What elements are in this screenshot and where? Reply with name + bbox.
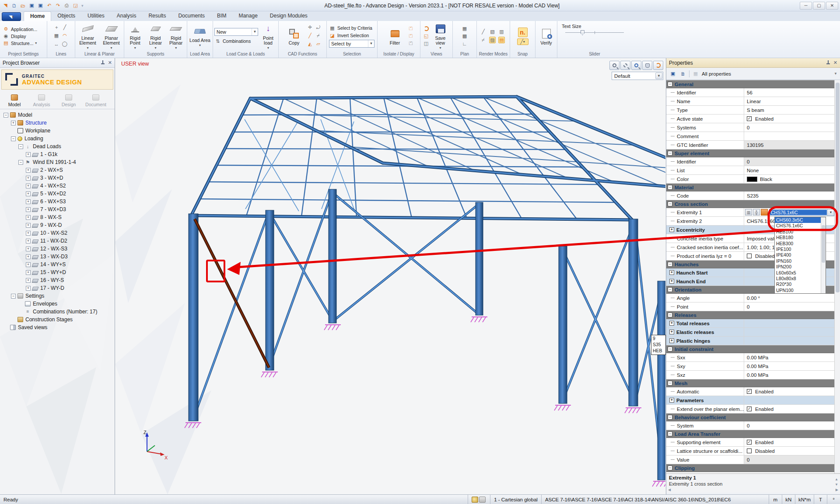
checkbox-checked-icon[interactable]: ✓ (747, 407, 752, 411)
snap-line-icon[interactable]: ╱▾ (517, 38, 528, 45)
collapse-icon[interactable]: − (668, 347, 672, 351)
model-viewport[interactable]: USER view Default ▼ (115, 58, 666, 494)
property-value[interactable]: Disabled (744, 447, 834, 455)
maximize-button[interactable]: ▢ (813, 2, 825, 10)
tree-expander-icon[interactable]: + (26, 152, 31, 157)
property-value[interactable]: ✓Enabled (744, 405, 834, 413)
close-panel-icon[interactable]: ✕ (108, 60, 112, 66)
tree-item-structure[interactable]: +Structure (0, 119, 115, 127)
ribbon-tab-manage[interactable]: Manage (232, 11, 263, 21)
browser-tab-model[interactable]: Model (1, 93, 28, 109)
property-value[interactable] (744, 132, 834, 140)
property-value[interactable]: ▥╬CHS76.1x6C▼ (744, 208, 834, 216)
property-value[interactable] (744, 319, 834, 327)
tree-item-dead-loads[interactable]: −↓Dead Loads (0, 143, 115, 150)
load-area-button[interactable]: Load Area▾ (189, 24, 211, 48)
tree-item-5-wx-d2[interactable]: +5 - WX+D2 (0, 190, 115, 198)
tree-item-7-wx-d3[interactable]: +7 - WX+D3 (0, 205, 115, 213)
property-value[interactable]: S235 (744, 191, 834, 200)
tree-item-8-wx-s[interactable]: +8 - WX-S (0, 213, 115, 221)
save-view-button[interactable]: Save view▾ (431, 22, 450, 50)
collapse-icon[interactable]: − (668, 151, 672, 156)
dropdown-item-r20-30[interactable]: R20*30 (775, 282, 821, 287)
combo-arrow-icon[interactable]: ▼ (827, 209, 834, 216)
verify-button[interactable]: Verify (537, 27, 556, 45)
ribbon-tab-analysis[interactable]: Analysis (111, 11, 143, 21)
tree-item-envelopes[interactable]: Envelopes (0, 300, 115, 308)
new-file-icon[interactable]: 🗋 (10, 2, 18, 9)
render-wireframe-icon[interactable]: ╱ (480, 28, 486, 35)
section-library-icon[interactable]: ▥ (745, 209, 752, 216)
tree-item-16-wy-s[interactable]: +16 - WY-S (0, 276, 115, 284)
property-group-mesh[interactable]: −Mesh (666, 379, 834, 387)
combo-arrow-icon[interactable]: ▼ (655, 73, 662, 79)
tree-item-saved-views[interactable]: Saved views (0, 323, 115, 331)
property-group-behaviour-coefficient[interactable]: −Behaviour coefficient (666, 414, 834, 421)
select-by-combo[interactable]: Select by▼ (329, 40, 374, 48)
browser-tab-analysis[interactable]: Analysis (28, 93, 55, 109)
tree-expander-icon[interactable]: + (26, 278, 31, 283)
tree-item-wind-en-1991-1-4[interactable]: −⚑Wind EN 1991-1-4 (0, 158, 115, 166)
rigid-planar-button[interactable]: Rigid Planar▾ (166, 22, 186, 50)
tree-expander-icon[interactable]: + (26, 286, 31, 291)
display-button[interactable]: ◉Display (3, 33, 26, 39)
property-value[interactable]: 0.00 MPa (744, 362, 834, 370)
dimension-icon[interactable]: ↔ (53, 41, 60, 47)
combo-arrow-icon[interactable]: ▼ (252, 28, 258, 35)
tree-item-model[interactable]: −Model (0, 111, 115, 119)
tree-item-2-wx-s[interactable]: +2 - WX+S (0, 166, 115, 174)
property-value[interactable] (744, 337, 834, 345)
property-group-cross-section[interactable]: −Cross section (666, 200, 834, 208)
tree-expander-icon[interactable]: + (26, 176, 31, 181)
tree-expander-icon[interactable]: − (18, 144, 23, 149)
tree-expander-icon[interactable]: + (26, 254, 31, 259)
render-shaded-icon[interactable]: ▨ (489, 37, 496, 43)
load-case-combo[interactable]: New▼ (214, 28, 258, 36)
render-hidden-line-icon[interactable]: ▧ (489, 28, 496, 35)
collapse-icon[interactable]: − (668, 313, 672, 317)
property-value[interactable]: 0.00 MPa (744, 353, 834, 361)
collapse-icon[interactable]: − (668, 287, 672, 292)
checkbox-unchecked-icon[interactable] (747, 448, 752, 453)
application-menu-button[interactable]: ◥▾ (2, 12, 21, 21)
rigid-point-button[interactable]: Rigid Point▾ (126, 22, 145, 50)
circle-icon[interactable]: ◯ (62, 41, 68, 47)
tree-item-loading[interactable]: −Loading (0, 135, 115, 143)
tree-item-3-wx-d[interactable]: +3 - WX+D (0, 174, 115, 182)
property-value[interactable]: ✓Enabled (744, 387, 834, 396)
dropdown-item-chs60-3x5c[interactable]: CHS60.3x5C (775, 217, 821, 223)
tree-expander-icon[interactable]: + (26, 215, 31, 220)
close-button[interactable]: ✕ (826, 2, 838, 10)
report-icon[interactable]: 🗎 (679, 70, 687, 77)
view-preset-combo[interactable]: Default ▼ (612, 72, 663, 80)
isolate-icon[interactable]: ⏍ (408, 25, 414, 32)
axes-icon[interactable]: ∟ (462, 40, 468, 47)
property-value[interactable]: ✓Enabled (744, 115, 834, 123)
dropdown-item-l60x60x5[interactable]: L60x60x5 (775, 270, 821, 276)
property-value[interactable]: 56 (744, 88, 834, 97)
expand-icon[interactable]: + (669, 321, 674, 326)
dropdown-item-heb180[interactable]: HEB180 (775, 235, 821, 240)
tree-expander-icon[interactable]: + (11, 121, 16, 125)
tree-expander-icon[interactable]: + (26, 199, 31, 204)
workplane-grid-icon[interactable]: ▦ (462, 25, 468, 32)
section-color-icon[interactable] (761, 209, 768, 216)
render-realistic-icon[interactable]: ▤ (498, 37, 505, 43)
tree-expander-icon[interactable]: − (11, 136, 16, 141)
property-value[interactable] (744, 396, 834, 404)
tree-item-1-g1k[interactable]: +1 - G1k (0, 150, 115, 158)
status-icons[interactable] (468, 495, 490, 504)
open-file-icon[interactable]: 🗁 (19, 2, 27, 9)
ribbon-tab-bim[interactable]: BIM (211, 11, 232, 21)
dropdown-scrollbar[interactable] (821, 217, 826, 293)
linear-element-button[interactable]: Linear Element▾ (77, 22, 99, 50)
filter-button[interactable]: Filter (384, 27, 406, 45)
property-value[interactable]: 0 (744, 157, 834, 166)
tree-item-workplane[interactable]: Workplane (0, 127, 115, 135)
design-standards[interactable]: ASCE 7-16\ASCE 7-16\ASCE 7-16\ACI 318-14… (541, 495, 769, 504)
property-group-general[interactable]: −General (666, 80, 834, 88)
collapse-icon[interactable]: − (668, 415, 672, 420)
checkbox-checked-icon[interactable]: ✓ (747, 389, 752, 394)
property-value[interactable]: Linear (744, 97, 834, 105)
tree-expander-icon[interactable]: + (26, 239, 31, 243)
